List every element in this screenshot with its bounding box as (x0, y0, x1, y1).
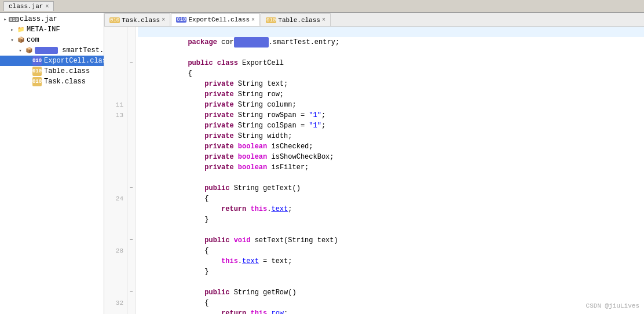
tab-table-label: Table.class (278, 17, 320, 24)
editor-tabs: 010 Task.class × 010 ExportCell.class × … (104, 13, 644, 27)
class-icon-task: 010 (32, 77, 42, 86)
package-icon-com: 📦 (16, 35, 25, 45)
tab-task-icon: 010 (109, 17, 120, 23)
line-11: 11 (104, 100, 127, 110)
fold-column: − − − (127, 27, 136, 314)
code-line-blank3 (138, 214, 644, 225)
main-container: ▸ 010 class.jar ▸ 📁 META-INF ▾ 📦 com ▾ (0, 13, 644, 314)
meta-inf-label: META-INF (27, 25, 60, 34)
toggle-task (24, 78, 32, 86)
tab-table-icon: 010 (266, 17, 276, 23)
exportcell-label: ExportCell.class (44, 57, 104, 65)
fold-settext[interactable]: − (127, 235, 135, 246)
code-line-settext-decl: public void setText(String text) (138, 225, 644, 235)
toggle-exportcell (24, 57, 32, 65)
toggle-table (24, 67, 32, 75)
code-line-getrow-decl: public String getRow() (138, 277, 644, 287)
title-tab-close[interactable]: × (45, 3, 49, 10)
tab-exportcell-icon: 010 (176, 17, 186, 23)
left-panel: ▸ 010 class.jar ▸ 📁 META-INF ▾ 📦 com ▾ (0, 13, 104, 314)
fold-gettext[interactable]: − (127, 183, 135, 193)
right-panel: 010 Task.class × 010 ExportCell.class × … (104, 13, 644, 314)
tree-node-meta-inf[interactable]: ▸ 📁 META-INF (0, 24, 104, 35)
tree-node-smarttest[interactable]: ▾ 📦 smartTest.entry (0, 45, 104, 56)
code-line-return-text: return this.text; (138, 193, 644, 204)
toggle-meta-inf: ▸ (8, 25, 16, 34)
tree-node-label: class.jar (20, 15, 57, 23)
title-tab-label: class.jar (9, 3, 43, 10)
fold-class[interactable]: − (127, 58, 135, 68)
tab-table-close[interactable]: × (322, 17, 325, 23)
code-area[interactable]: 11 13 24 28 (104, 27, 644, 314)
class-icon-table: 010 (32, 67, 42, 76)
tab-task-label: Task.class (122, 17, 160, 24)
table-label: Table.class (44, 67, 90, 75)
toggle-smarttest: ▾ (16, 46, 24, 54)
code-line-package: package cor .smartTest.entry; (138, 27, 644, 37)
task-label: Task.class (44, 78, 86, 86)
tree-node-task[interactable]: 010 Task.class (0, 76, 104, 87)
code-line-this-text: this.text = text; (138, 246, 644, 256)
code-lines: package cor .smartTest.entry; public cla… (136, 27, 644, 314)
file-tree: ▸ 010 class.jar ▸ 📁 META-INF ▾ 📦 com ▾ (0, 13, 104, 88)
code-line-text-field: private String text; (138, 68, 644, 79)
tree-node-exportcell[interactable]: 010 ExportCell.class (0, 56, 104, 66)
class-icon-exportcell: 010 (32, 56, 42, 65)
jar-icon: 010 (9, 14, 19, 24)
watermark: CSDN @jiuLives (586, 302, 639, 309)
code-content: 11 13 24 28 (104, 27, 644, 314)
line-numbers: 11 13 24 28 (104, 27, 127, 314)
tab-task[interactable]: 010 Task.class × (104, 13, 170, 26)
fold-getrow[interactable]: − (127, 287, 135, 298)
code-line-return-row: return this.row; (138, 298, 644, 308)
line-13: 13 (104, 110, 127, 121)
code-line-class-decl: public class ExportCell (138, 48, 644, 58)
tab-exportcell[interactable]: 010 ExportCell.class × (171, 13, 260, 26)
com-label: com (27, 36, 39, 44)
blurred-text (35, 47, 58, 54)
code-line-blank4 (138, 266, 644, 277)
toggle-com: ▾ (8, 36, 16, 44)
line-24: 24 (104, 193, 127, 204)
code-line-gettext-decl: public String getText() (138, 173, 644, 183)
package-icon: 📁 (16, 25, 25, 34)
tab-task-close[interactable]: × (162, 17, 165, 23)
line-32: 32 (104, 298, 127, 308)
line-28: 28 (104, 246, 127, 256)
tree-node-com[interactable]: ▾ 📦 com (0, 35, 104, 45)
tab-exportcell-label: ExportCell.class (188, 16, 250, 23)
package-icon-smarttest: 📦 (24, 46, 34, 55)
title-tab[interactable]: class.jar × (3, 1, 54, 11)
smarttest-label: smartTest.entry (35, 46, 104, 54)
tree-node-jar[interactable]: ▸ 010 class.jar (0, 14, 104, 24)
title-bar: class.jar × (0, 0, 644, 13)
tab-exportcell-close[interactable]: × (251, 17, 255, 23)
tab-table[interactable]: 010 Table.class × (261, 13, 331, 26)
toggle-icon: ▸ (1, 15, 9, 23)
tree-node-table[interactable]: 010 Table.class (0, 66, 104, 76)
